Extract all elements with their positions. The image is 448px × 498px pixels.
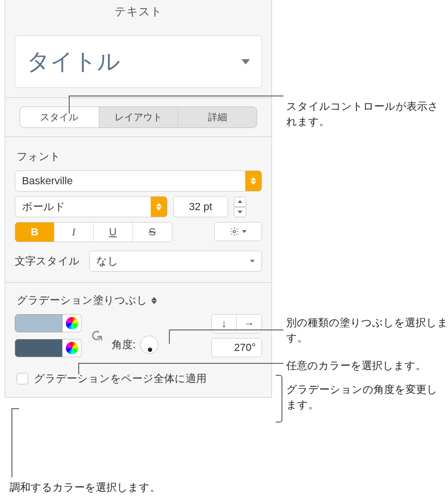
font-family-value: Baskerville: [15, 175, 245, 187]
swap-colors-button[interactable]: ↺: [86, 328, 106, 343]
divider: [5, 97, 271, 98]
callout-matching-color: 調和するカラーを選択します。: [10, 480, 160, 495]
angle-dial[interactable]: [140, 336, 158, 354]
callout-lead: [78, 363, 79, 374]
paragraph-style-name: タイトル: [27, 46, 120, 77]
callout-lead: [169, 329, 283, 330]
apply-to-page-label: グラデーションをページ全体に適用: [34, 371, 207, 386]
gradient-color-1-picker[interactable]: [63, 314, 82, 332]
character-style-value: なし: [96, 254, 118, 268]
gradient-direction-group: ↓ →: [211, 314, 262, 333]
callout-lead: [169, 329, 170, 344]
font-section-title: フォント: [17, 149, 262, 164]
paragraph-style-picker[interactable]: タイトル: [15, 35, 262, 88]
color-wheel-icon: [66, 342, 78, 354]
callout-lead: [78, 363, 283, 364]
tab-style[interactable]: スタイル: [20, 107, 99, 127]
font-weight-select[interactable]: ボールド: [15, 196, 167, 217]
stepper-up[interactable]: [234, 197, 246, 207]
divider: [5, 282, 271, 283]
font-weight-value: ボールド: [15, 200, 151, 214]
svg-point-0: [233, 231, 236, 233]
angle-dial-indicator: [148, 348, 152, 352]
chevron-down-icon: [241, 59, 250, 64]
text-style-group: B I U S: [15, 222, 172, 242]
strikethrough-button[interactable]: S: [133, 223, 172, 242]
select-handle-icon: [151, 197, 167, 217]
font-family-select[interactable]: Baskerville: [15, 170, 262, 191]
divider: [5, 137, 271, 137]
angle-label: 角度:: [112, 338, 135, 352]
text-inspector-panel: テキスト タイトル スタイル レイアウト 詳細 フォント Baskerville…: [5, 0, 272, 398]
callout-lead: [11, 408, 19, 409]
callout-style-controls: スタイルコントロールが表示されます。: [286, 99, 448, 129]
callout-fill-type: 別の種類の塗りつぶしを選択します。: [286, 315, 448, 346]
font-size-field[interactable]: 32 pt: [173, 196, 228, 217]
gradient-color-2-well[interactable]: [15, 339, 63, 357]
fill-type-label: グラデーション塗りつぶし: [17, 293, 147, 307]
gear-icon: [229, 227, 239, 236]
tab-layout[interactable]: レイアウト: [99, 107, 178, 127]
stepper-down[interactable]: [234, 207, 246, 217]
advanced-options-button[interactable]: [214, 222, 262, 241]
callout-lead: [69, 95, 70, 114]
fill-type-select[interactable]: グラデーション塗りつぶし: [17, 293, 262, 307]
italic-button[interactable]: I: [54, 223, 94, 242]
callout-any-color: 任意のカラーを選択します。: [286, 358, 426, 373]
underline-button[interactable]: U: [94, 223, 133, 242]
gradient-color-2-picker[interactable]: [63, 339, 82, 357]
angle-value-field[interactable]: 270°: [211, 338, 262, 357]
character-style-label: 文字スタイル: [15, 254, 82, 268]
chevron-down-icon: [242, 230, 247, 233]
panel-title: テキスト: [5, 0, 271, 22]
apply-to-page-checkbox[interactable]: [17, 373, 28, 384]
color-wheel-icon: [66, 317, 78, 329]
callout-lead: [11, 408, 12, 477]
gradient-color-1-well[interactable]: [15, 314, 63, 332]
callout-angle: グラデーションの角度を変更します。: [286, 382, 448, 413]
font-size-stepper[interactable]: [234, 197, 246, 217]
bold-button[interactable]: B: [15, 223, 54, 242]
callout-bracket: [276, 375, 282, 423]
tab-detail[interactable]: 詳細: [178, 107, 257, 127]
updown-caret-icon: [151, 297, 157, 304]
character-style-select[interactable]: なし: [89, 251, 262, 272]
callout-lead: [69, 95, 283, 96]
select-handle-icon: [245, 171, 261, 191]
chevron-down-icon: [250, 260, 255, 263]
tab-group: スタイル レイアウト 詳細: [20, 106, 257, 128]
